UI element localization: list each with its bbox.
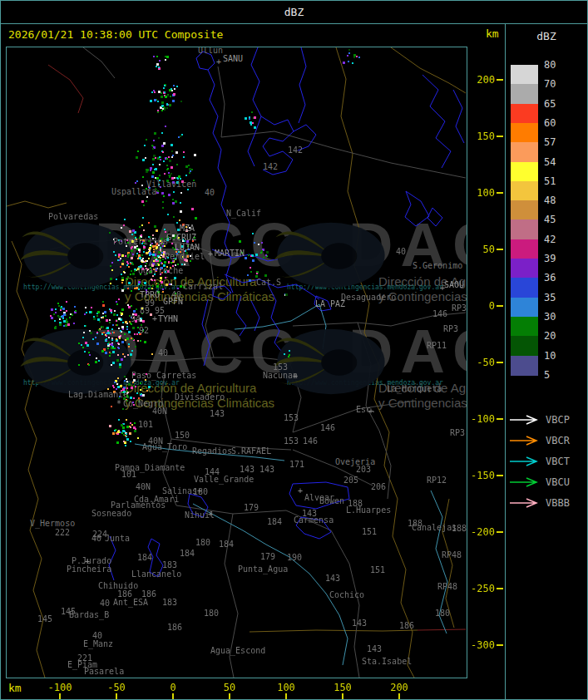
- y-axis-label: -250: [460, 583, 495, 594]
- map-marker: +: [293, 372, 298, 381]
- x-axis-tick: [398, 693, 400, 699]
- radar-echo-pixel: [249, 279, 251, 282]
- radar-echo-pixel: [111, 406, 112, 407]
- radar-echo-pixel: [117, 259, 119, 261]
- radar-echo-pixel: [161, 262, 162, 264]
- radar-echo-pixel: [110, 352, 111, 354]
- x-axis-label: 200: [383, 682, 416, 693]
- radar-map-canvas[interactable]: DACCDirección de Agriculturay Contingenc…: [7, 47, 467, 678]
- map-label: E_Manz: [83, 640, 113, 648]
- map-label: La_Horqueta: [387, 385, 442, 393]
- scale-cell: [511, 181, 538, 201]
- radar-echo-pixel: [121, 386, 122, 387]
- radar-echo-pixel: [140, 340, 141, 342]
- radar-echo-pixel: [263, 257, 264, 259]
- radar-echo-pixel: [266, 251, 269, 254]
- scale-label: 54: [544, 157, 577, 167]
- radar-echo-pixel: [62, 308, 65, 310]
- radar-echo-pixel: [119, 366, 121, 368]
- map-label: 40: [92, 632, 102, 640]
- radar-echo-pixel: [128, 266, 130, 268]
- radar-echo-pixel: [89, 330, 91, 332]
- radar-echo-pixel: [55, 326, 57, 328]
- radar-echo-pixel: [122, 260, 124, 262]
- radar-echo-pixel: [116, 320, 117, 322]
- radar-echo-pixel: [148, 386, 151, 388]
- radar-echo-pixel: [127, 256, 129, 258]
- radar-echo-pixel: [124, 380, 126, 382]
- y-axis-tick: [497, 644, 503, 646]
- scale-label: 80: [544, 60, 577, 70]
- radar-echo-pixel: [116, 340, 118, 342]
- scale-cell: [511, 298, 538, 318]
- map-marker: *: [116, 400, 121, 408]
- radar-echo-pixel: [185, 175, 187, 176]
- radar-echo-pixel: [109, 355, 111, 357]
- map-label: 180: [204, 609, 219, 618]
- radar-echo-pixel: [102, 301, 104, 303]
- radar-echo-pixel: [348, 61, 349, 62]
- radar-echo-pixel: [157, 111, 159, 113]
- radar-echo-pixel: [170, 88, 172, 90]
- radar-echo-pixel: [131, 387, 133, 389]
- radar-echo-pixel: [143, 205, 145, 206]
- map-label: 143: [240, 466, 254, 474]
- radar-echo-pixel: [53, 313, 55, 315]
- radar-echo-pixel: [170, 262, 172, 264]
- radar-echo-pixel: [161, 132, 163, 134]
- radar-echo-pixel: [113, 251, 115, 253]
- radar-echo-pixel: [118, 254, 121, 256]
- radar-echo-pixel: [152, 254, 155, 256]
- map-label: 183: [162, 599, 177, 607]
- radar-echo-pixel: [122, 408, 124, 410]
- map-label: 206: [371, 483, 386, 491]
- radar-echo-pixel: [119, 338, 121, 339]
- radar-echo-pixel: [250, 124, 252, 126]
- radar-echo-pixel: [51, 308, 53, 311]
- radar-echo-pixel: [117, 431, 120, 433]
- scale-label: 5: [544, 370, 577, 380]
- y-axis-tick: [497, 475, 503, 476]
- y-axis-tick: [497, 362, 503, 363]
- radar-echo-pixel: [128, 282, 131, 284]
- map-label: 40: [100, 599, 110, 608]
- map-label: LA PAZ: [315, 300, 345, 308]
- radar-echo-pixel: [59, 323, 62, 326]
- x-axis-unit: km: [8, 682, 22, 694]
- page-title: dBZ: [0, 6, 588, 18]
- scale-label: 57: [544, 137, 577, 147]
- radar-echo-pixel: [96, 332, 98, 333]
- radar-echo-pixel: [124, 272, 126, 274]
- radar-echo-pixel: [168, 194, 170, 196]
- radar-echo-pixel: [114, 348, 116, 349]
- radar-echo-pixel: [108, 337, 110, 338]
- scale-label: 36: [544, 273, 577, 283]
- radar-echo-pixel: [141, 185, 143, 186]
- radar-echo-pixel: [102, 304, 105, 307]
- radar-echo-pixel: [168, 172, 170, 174]
- radar-echo-pixel: [126, 328, 128, 330]
- radar-echo-pixel: [162, 207, 164, 209]
- radar-echo-pixel: [114, 430, 116, 431]
- radar-echo-pixel: [111, 269, 113, 271]
- radar-echo-pixel: [180, 210, 182, 213]
- radar-echo-pixel: [136, 255, 137, 257]
- map-marker: +: [152, 315, 157, 323]
- radar-echo-pixel: [121, 326, 124, 328]
- radar-echo-pixel: [170, 96, 171, 97]
- radar-echo-pixel: [154, 132, 156, 135]
- radar-echo-pixel: [166, 158, 168, 160]
- radar-echo-pixel: [96, 357, 97, 359]
- radar-echo-pixel: [55, 312, 57, 313]
- radar-echo-pixel: [83, 332, 85, 333]
- radar-echo-pixel: [152, 171, 155, 174]
- radar-echo-pixel: [95, 361, 97, 363]
- map-label: 184: [219, 540, 234, 549]
- radar-echo-pixel: [128, 346, 130, 348]
- vector-arrow-vbcp: [508, 414, 541, 426]
- radar-echo-pixel: [352, 62, 353, 64]
- radar-echo-pixel: [356, 56, 358, 57]
- scale-cell: [511, 104, 538, 124]
- radar-echo-pixel: [116, 303, 118, 305]
- radar-echo-pixel: [148, 258, 150, 259]
